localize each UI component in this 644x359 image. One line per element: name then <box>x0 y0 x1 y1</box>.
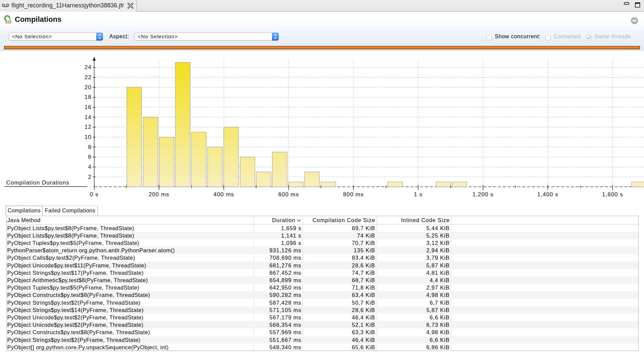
svg-text:800 ms: 800 ms <box>343 191 364 198</box>
svg-text:20: 20 <box>85 84 92 91</box>
svg-text:400 ms: 400 ms <box>213 191 234 198</box>
svg-text:1,400 s: 1,400 s <box>537 191 558 198</box>
svg-text:6: 6 <box>88 154 92 160</box>
svg-text:14: 14 <box>85 114 92 120</box>
svg-text:18: 18 <box>85 94 92 100</box>
svg-text:0 s: 0 s <box>90 191 99 198</box>
svg-text:4: 4 <box>88 164 92 170</box>
svg-text:200 ms: 200 ms <box>149 191 169 198</box>
svg-text:22: 22 <box>85 74 92 81</box>
svg-text:24: 24 <box>85 64 92 70</box>
svg-text:2: 2 <box>88 174 92 180</box>
svg-text:10: 10 <box>85 134 92 140</box>
svg-text:Compilation Durations: Compilation Durations <box>6 180 69 186</box>
svg-text:1,600 s: 1,600 s <box>602 191 623 198</box>
svg-text:16: 16 <box>85 104 92 110</box>
svg-text:1 s: 1 s <box>414 191 423 198</box>
svg-text:010: 010 <box>5 20 11 24</box>
svg-text:12: 12 <box>85 124 92 130</box>
svg-text:600 ms: 600 ms <box>278 191 299 198</box>
svg-text:8: 8 <box>88 144 92 150</box>
svg-text:1,200 s: 1,200 s <box>473 191 494 198</box>
